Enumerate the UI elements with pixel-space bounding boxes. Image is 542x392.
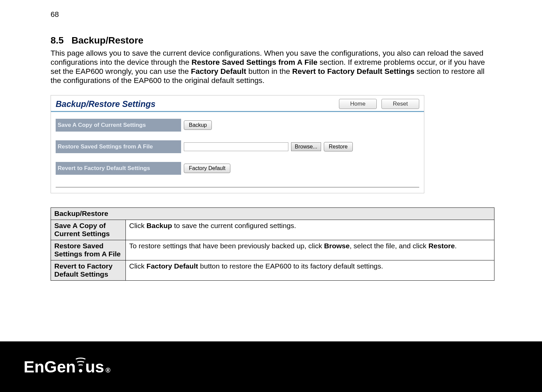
section-heading: 8.5Backup/Restore (51, 35, 495, 46)
reset-button[interactable]: Reset (381, 99, 419, 109)
table-header: Backup/Restore (51, 208, 494, 220)
row-label: Revert to Factory Default Settings (51, 260, 126, 281)
browse-button[interactable]: Browse... (291, 142, 321, 151)
description-table: Backup/Restore Save A Copy of Current Se… (51, 207, 494, 281)
engenius-logo: EnGenus® (24, 358, 110, 376)
row-description: Click Factory Default button to restore … (126, 260, 494, 281)
panel-toolbar: Home Reset (339, 99, 419, 109)
table-row: Restore Saved Settings from A File To re… (51, 240, 494, 260)
panel-header: Backup/Restore Settings Home Reset (51, 95, 424, 112)
row-description: Click Backup to save the current configu… (126, 220, 494, 240)
revert-row: Revert to Factory Default Settings Facto… (56, 162, 419, 175)
row-label: Restore Saved Settings from A File (51, 240, 126, 260)
file-input[interactable] (184, 142, 288, 151)
page-number: 68 (51, 10, 495, 19)
row-label: Save A Copy of Current Settings (51, 220, 126, 240)
factory-default-button[interactable]: Factory Default (184, 164, 230, 173)
section-number: 8.5 (51, 35, 72, 46)
table-row: Save A Copy of Current Settings Click Ba… (51, 220, 494, 240)
section-title: Backup/Restore (72, 35, 143, 46)
restore-row: Restore Saved Settings from A File Brows… (56, 140, 419, 153)
intro-paragraph: This page allows you to save the current… (51, 49, 495, 85)
settings-panel: Backup/Restore Settings Home Reset Save … (51, 95, 424, 193)
home-button[interactable]: Home (339, 99, 377, 109)
revert-label: Revert to Factory Default Settings (56, 165, 181, 172)
panel-footer-rule (56, 187, 419, 190)
save-row: Save A Copy of Current Settings Backup (56, 119, 419, 132)
backup-button[interactable]: Backup (184, 120, 212, 130)
row-description: To restore settings that have been previ… (126, 240, 494, 260)
wifi-icon (76, 369, 85, 372)
page-footer: EnGenus® (0, 341, 542, 392)
table-row: Revert to Factory Default Settings Click… (51, 260, 494, 281)
restore-label: Restore Saved Settings from A File (56, 143, 181, 150)
panel-title: Backup/Restore Settings (56, 99, 155, 109)
restore-button[interactable]: Restore (324, 142, 353, 151)
save-label: Save A Copy of Current Settings (56, 122, 181, 129)
